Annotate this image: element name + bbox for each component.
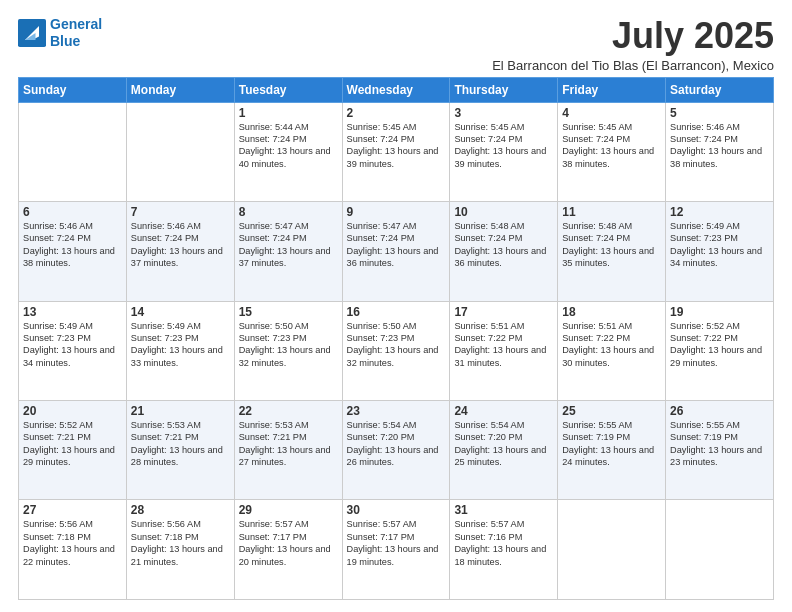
day-number: 14	[131, 305, 230, 319]
calendar-cell: 31Sunrise: 5:57 AMSunset: 7:16 PMDayligh…	[450, 500, 558, 600]
cell-info: Sunrise: 5:49 AMSunset: 7:23 PMDaylight:…	[131, 320, 230, 370]
calendar-cell: 3Sunrise: 5:45 AMSunset: 7:24 PMDaylight…	[450, 102, 558, 201]
col-monday: Monday	[126, 77, 234, 102]
day-number: 4	[562, 106, 661, 120]
day-number: 13	[23, 305, 122, 319]
calendar-week-5: 27Sunrise: 5:56 AMSunset: 7:18 PMDayligh…	[19, 500, 774, 600]
cell-info: Sunrise: 5:46 AMSunset: 7:24 PMDaylight:…	[23, 220, 122, 270]
cell-info: Sunrise: 5:46 AMSunset: 7:24 PMDaylight:…	[670, 121, 769, 171]
main-title: July 2025	[492, 16, 774, 56]
day-number: 8	[239, 205, 338, 219]
calendar-cell: 8Sunrise: 5:47 AMSunset: 7:24 PMDaylight…	[234, 202, 342, 301]
calendar-cell: 7Sunrise: 5:46 AMSunset: 7:24 PMDaylight…	[126, 202, 234, 301]
calendar-cell: 10Sunrise: 5:48 AMSunset: 7:24 PMDayligh…	[450, 202, 558, 301]
calendar-cell: 1Sunrise: 5:44 AMSunset: 7:24 PMDaylight…	[234, 102, 342, 201]
cell-info: Sunrise: 5:49 AMSunset: 7:23 PMDaylight:…	[670, 220, 769, 270]
calendar-cell	[558, 500, 666, 600]
calendar-table: Sunday Monday Tuesday Wednesday Thursday…	[18, 77, 774, 600]
col-saturday: Saturday	[666, 77, 774, 102]
calendar-header-row: Sunday Monday Tuesday Wednesday Thursday…	[19, 77, 774, 102]
col-friday: Friday	[558, 77, 666, 102]
day-number: 21	[131, 404, 230, 418]
cell-info: Sunrise: 5:51 AMSunset: 7:22 PMDaylight:…	[454, 320, 553, 370]
calendar-cell: 22Sunrise: 5:53 AMSunset: 7:21 PMDayligh…	[234, 401, 342, 500]
day-number: 29	[239, 503, 338, 517]
calendar-cell: 4Sunrise: 5:45 AMSunset: 7:24 PMDaylight…	[558, 102, 666, 201]
calendar-week-2: 6Sunrise: 5:46 AMSunset: 7:24 PMDaylight…	[19, 202, 774, 301]
cell-info: Sunrise: 5:52 AMSunset: 7:22 PMDaylight:…	[670, 320, 769, 370]
calendar-cell: 21Sunrise: 5:53 AMSunset: 7:21 PMDayligh…	[126, 401, 234, 500]
logo-text: General Blue	[50, 16, 102, 50]
day-number: 30	[347, 503, 446, 517]
cell-info: Sunrise: 5:47 AMSunset: 7:24 PMDaylight:…	[347, 220, 446, 270]
calendar-cell: 15Sunrise: 5:50 AMSunset: 7:23 PMDayligh…	[234, 301, 342, 400]
calendar-cell: 29Sunrise: 5:57 AMSunset: 7:17 PMDayligh…	[234, 500, 342, 600]
day-number: 10	[454, 205, 553, 219]
day-number: 3	[454, 106, 553, 120]
cell-info: Sunrise: 5:55 AMSunset: 7:19 PMDaylight:…	[562, 419, 661, 469]
calendar-cell: 27Sunrise: 5:56 AMSunset: 7:18 PMDayligh…	[19, 500, 127, 600]
cell-info: Sunrise: 5:52 AMSunset: 7:21 PMDaylight:…	[23, 419, 122, 469]
calendar-week-3: 13Sunrise: 5:49 AMSunset: 7:23 PMDayligh…	[19, 301, 774, 400]
day-number: 15	[239, 305, 338, 319]
cell-info: Sunrise: 5:44 AMSunset: 7:24 PMDaylight:…	[239, 121, 338, 171]
day-number: 31	[454, 503, 553, 517]
logo-line2: Blue	[50, 33, 80, 49]
cell-info: Sunrise: 5:51 AMSunset: 7:22 PMDaylight:…	[562, 320, 661, 370]
cell-info: Sunrise: 5:47 AMSunset: 7:24 PMDaylight:…	[239, 220, 338, 270]
logo-line1: General	[50, 16, 102, 32]
col-thursday: Thursday	[450, 77, 558, 102]
title-block: July 2025 El Barrancon del Tio Blas (El …	[492, 16, 774, 73]
calendar-cell	[19, 102, 127, 201]
logo: General Blue	[18, 16, 102, 50]
cell-info: Sunrise: 5:45 AMSunset: 7:24 PMDaylight:…	[347, 121, 446, 171]
cell-info: Sunrise: 5:50 AMSunset: 7:23 PMDaylight:…	[239, 320, 338, 370]
cell-info: Sunrise: 5:57 AMSunset: 7:17 PMDaylight:…	[239, 518, 338, 568]
day-number: 18	[562, 305, 661, 319]
day-number: 9	[347, 205, 446, 219]
cell-info: Sunrise: 5:49 AMSunset: 7:23 PMDaylight:…	[23, 320, 122, 370]
cell-info: Sunrise: 5:55 AMSunset: 7:19 PMDaylight:…	[670, 419, 769, 469]
day-number: 24	[454, 404, 553, 418]
cell-info: Sunrise: 5:57 AMSunset: 7:16 PMDaylight:…	[454, 518, 553, 568]
subtitle: El Barrancon del Tio Blas (El Barrancon)…	[492, 58, 774, 73]
day-number: 1	[239, 106, 338, 120]
day-number: 11	[562, 205, 661, 219]
calendar-cell: 5Sunrise: 5:46 AMSunset: 7:24 PMDaylight…	[666, 102, 774, 201]
cell-info: Sunrise: 5:48 AMSunset: 7:24 PMDaylight:…	[562, 220, 661, 270]
logo-icon	[18, 19, 46, 47]
cell-info: Sunrise: 5:53 AMSunset: 7:21 PMDaylight:…	[239, 419, 338, 469]
calendar-cell	[126, 102, 234, 201]
calendar-cell: 30Sunrise: 5:57 AMSunset: 7:17 PMDayligh…	[342, 500, 450, 600]
calendar-week-1: 1Sunrise: 5:44 AMSunset: 7:24 PMDaylight…	[19, 102, 774, 201]
calendar-week-4: 20Sunrise: 5:52 AMSunset: 7:21 PMDayligh…	[19, 401, 774, 500]
cell-info: Sunrise: 5:46 AMSunset: 7:24 PMDaylight:…	[131, 220, 230, 270]
calendar-cell: 26Sunrise: 5:55 AMSunset: 7:19 PMDayligh…	[666, 401, 774, 500]
day-number: 12	[670, 205, 769, 219]
calendar-cell: 20Sunrise: 5:52 AMSunset: 7:21 PMDayligh…	[19, 401, 127, 500]
calendar-cell: 17Sunrise: 5:51 AMSunset: 7:22 PMDayligh…	[450, 301, 558, 400]
calendar-cell: 14Sunrise: 5:49 AMSunset: 7:23 PMDayligh…	[126, 301, 234, 400]
cell-info: Sunrise: 5:54 AMSunset: 7:20 PMDaylight:…	[454, 419, 553, 469]
calendar-cell: 11Sunrise: 5:48 AMSunset: 7:24 PMDayligh…	[558, 202, 666, 301]
day-number: 19	[670, 305, 769, 319]
day-number: 26	[670, 404, 769, 418]
calendar-cell: 19Sunrise: 5:52 AMSunset: 7:22 PMDayligh…	[666, 301, 774, 400]
cell-info: Sunrise: 5:54 AMSunset: 7:20 PMDaylight:…	[347, 419, 446, 469]
calendar-cell: 25Sunrise: 5:55 AMSunset: 7:19 PMDayligh…	[558, 401, 666, 500]
cell-info: Sunrise: 5:50 AMSunset: 7:23 PMDaylight:…	[347, 320, 446, 370]
day-number: 6	[23, 205, 122, 219]
cell-info: Sunrise: 5:56 AMSunset: 7:18 PMDaylight:…	[23, 518, 122, 568]
day-number: 16	[347, 305, 446, 319]
col-sunday: Sunday	[19, 77, 127, 102]
cell-info: Sunrise: 5:48 AMSunset: 7:24 PMDaylight:…	[454, 220, 553, 270]
day-number: 17	[454, 305, 553, 319]
col-tuesday: Tuesday	[234, 77, 342, 102]
cell-info: Sunrise: 5:45 AMSunset: 7:24 PMDaylight:…	[454, 121, 553, 171]
calendar-cell: 12Sunrise: 5:49 AMSunset: 7:23 PMDayligh…	[666, 202, 774, 301]
page: General Blue July 2025 El Barrancon del …	[0, 0, 792, 612]
day-number: 2	[347, 106, 446, 120]
day-number: 23	[347, 404, 446, 418]
day-number: 28	[131, 503, 230, 517]
calendar-cell: 18Sunrise: 5:51 AMSunset: 7:22 PMDayligh…	[558, 301, 666, 400]
